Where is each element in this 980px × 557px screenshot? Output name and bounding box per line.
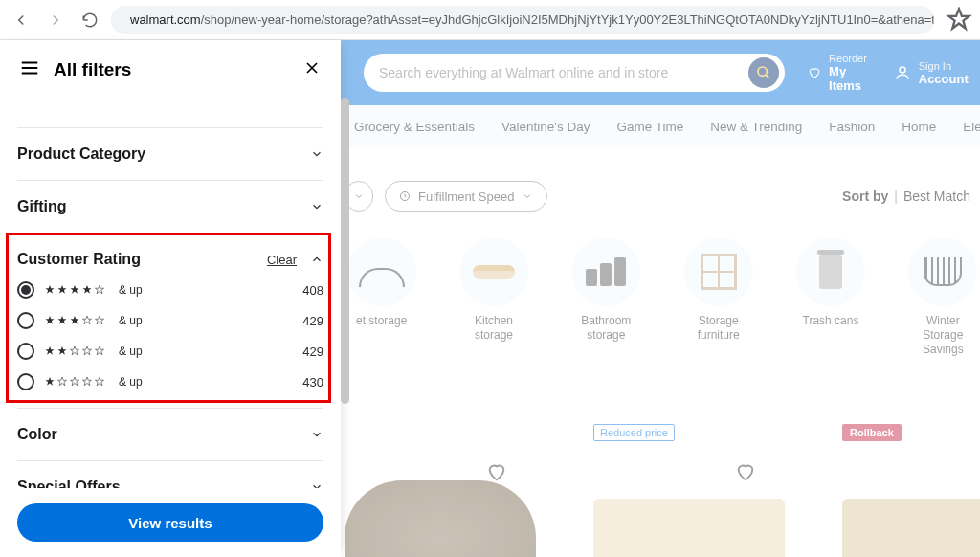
radio-button[interactable] bbox=[17, 373, 34, 390]
view-results-button[interactable]: View results bbox=[17, 503, 323, 542]
section-gifting[interactable]: Gifting bbox=[17, 181, 323, 234]
and-up-label: & up bbox=[119, 283, 143, 297]
menu-icon bbox=[19, 57, 40, 82]
filters-footer: View results bbox=[0, 488, 341, 557]
clear-link[interactable]: Clear bbox=[267, 253, 297, 267]
star-rating bbox=[44, 284, 105, 296]
section-title: Color bbox=[17, 426, 57, 443]
rating-option[interactable]: & up429 bbox=[17, 312, 323, 329]
filters-title: All filters bbox=[54, 59, 289, 80]
radio-button[interactable] bbox=[17, 312, 34, 329]
section-customer-rating: Customer Rating Clear & up408& up429& up… bbox=[17, 234, 323, 409]
section-title: Gifting bbox=[17, 198, 67, 215]
bookmark-button[interactable] bbox=[946, 7, 972, 33]
star-rating bbox=[44, 345, 105, 357]
rating-option[interactable]: & up430 bbox=[17, 373, 323, 390]
section-product-category[interactable]: Product Category bbox=[17, 128, 323, 181]
section-color[interactable]: Color bbox=[17, 409, 323, 461]
section-title: Product Category bbox=[17, 145, 145, 163]
close-button[interactable] bbox=[302, 58, 322, 81]
chevron-down-icon bbox=[310, 480, 323, 488]
filters-header: All filters bbox=[0, 40, 341, 100]
star-rating bbox=[44, 376, 105, 388]
section-special-offers[interactable]: Special Offers bbox=[17, 461, 323, 488]
chevron-up-icon bbox=[310, 253, 323, 266]
filters-panel: All filters Product Category Gifting Cus… bbox=[0, 40, 341, 557]
rating-option[interactable]: & up429 bbox=[17, 343, 323, 360]
reload-button[interactable] bbox=[77, 7, 103, 33]
radio-button[interactable] bbox=[17, 281, 34, 299]
radio-button[interactable] bbox=[17, 343, 34, 360]
scrollbar-thumb[interactable] bbox=[341, 98, 349, 404]
back-button[interactable] bbox=[8, 7, 34, 33]
chevron-down-icon bbox=[310, 200, 323, 213]
and-up-label: & up bbox=[119, 345, 143, 358]
and-up-label: & up bbox=[119, 375, 143, 389]
chevron-down-icon bbox=[310, 428, 323, 441]
and-up-label: & up bbox=[119, 314, 143, 327]
section-title: Special Offers bbox=[17, 479, 121, 488]
url-text: walmart.com/shop/new-year-home/storage?a… bbox=[130, 12, 934, 27]
rating-count: 429 bbox=[302, 314, 323, 328]
section-title: Customer Rating bbox=[17, 251, 141, 268]
forward-button[interactable] bbox=[42, 7, 69, 33]
rating-option[interactable]: & up408 bbox=[17, 281, 323, 299]
rating-count: 408 bbox=[302, 283, 323, 298]
star-rating bbox=[44, 315, 105, 326]
url-bar[interactable]: walmart.com/shop/new-year-home/storage?a… bbox=[111, 6, 934, 34]
truncated-section bbox=[17, 100, 323, 128]
rating-count: 430 bbox=[302, 375, 323, 390]
rating-options: & up408& up429& up429& up430 bbox=[17, 281, 323, 390]
rating-count: 429 bbox=[302, 345, 323, 359]
chevron-down-icon bbox=[310, 147, 323, 161]
filters-body: Product Category Gifting Customer Rating… bbox=[0, 100, 341, 488]
section-header[interactable]: Customer Rating Clear bbox=[17, 251, 323, 268]
page: ReorderMy Items Sign InAccount Grocery &… bbox=[0, 40, 980, 557]
browser-chrome: walmart.com/shop/new-year-home/storage?a… bbox=[0, 0, 980, 40]
